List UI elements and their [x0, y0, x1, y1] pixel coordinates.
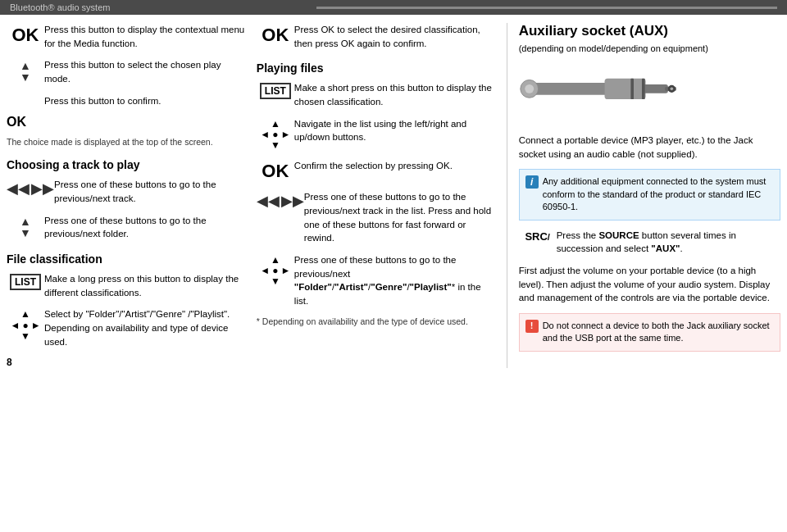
navigate-icon: ▲ ◄ ● ► ▼ [257, 117, 294, 152]
page-number: 8 [7, 357, 247, 368]
list-play-icon: LIST [257, 81, 294, 99]
aux-plug-image [519, 60, 683, 125]
section-playing-title: Playing files [257, 61, 497, 75]
section-choosing-title: Choosing a track to play [7, 158, 247, 171]
navigate-row: ▲ ◄ ● ► ▼ Navigate in the list using the… [257, 117, 497, 152]
prev-next-list-icon: ◀◀ ▶▶ [257, 190, 304, 210]
list-play-text: Make a short press on this button to dis… [294, 81, 497, 108]
footnote: * Depending on availability and the type… [257, 316, 497, 326]
arrows-updown-row: ▲ ▼ Press this button to select the chos… [7, 58, 247, 85]
svg-point-9 [525, 84, 534, 93]
arrows-updown-icon: ▲ ▼ [7, 58, 44, 83]
folder-artist-text: Press one of these buttons to go to the … [294, 253, 497, 308]
prev-next-icon: ◀◀ ▶▶ [7, 178, 54, 198]
folder-updown-icon: ▲ ▼ [7, 214, 44, 239]
ok-class-row: OK Press OK to select the desired classi… [257, 23, 497, 50]
section-file-title: File classification [7, 252, 247, 266]
svg-rect-5 [642, 79, 645, 99]
ok-class-text: Press OK to select the desired classific… [294, 23, 497, 50]
folder-artist-icon: ▲ ◄ ● ► ▼ [257, 253, 294, 288]
info-icon: i [525, 175, 539, 189]
ok-confirm-icon [7, 94, 44, 96]
list-classify-icon: LIST [7, 272, 44, 290]
aux-subtitle: (depending on model/depending on equipme… [519, 43, 780, 53]
left-column: OK Press this button to display the cont… [7, 23, 257, 368]
prev-next-list-row: ◀◀ ▶▶ Press one of these buttons to go t… [257, 190, 497, 245]
ok-media-icon: OK [7, 23, 44, 46]
confirm-ok-text: Confirm the selection by pressing OK. [294, 159, 497, 173]
choice-note: The choice made is displayed at the top … [7, 137, 247, 147]
folder-updown-text: Press one of these buttons to go to the … [44, 214, 247, 241]
warn-box: ! Do not connect a device to both the Ja… [519, 313, 780, 352]
confirm-ok-row: OK Confirm the selection by pressing OK. [257, 159, 497, 182]
select-4way-row: ▲ ◄ ● ► ▼ Select by "Folder"/"Artist"/"G… [7, 307, 247, 348]
volume-desc: First adjust the volume on your portable… [519, 264, 780, 305]
right-column: Auxiliary socket (AUX) (depending on mod… [507, 23, 780, 368]
src-row: SRC/ Press the SOURCE button several tim… [519, 229, 780, 256]
svg-rect-2 [642, 84, 668, 93]
select-4way-text: Select by "Folder"/"Artist"/"Genre" /"Pl… [44, 307, 247, 348]
svg-point-7 [670, 88, 673, 91]
prev-next-list-text: Press one of these buttons to go to the … [304, 190, 497, 245]
ok-media-text: Press this button to display the context… [44, 23, 247, 50]
svg-rect-1 [604, 79, 645, 99]
warn-text: Do not connect a device to both the Jack… [543, 321, 770, 343]
info-box: i Any additional equipment connected to … [519, 169, 780, 220]
list-play-row: LIST Make a short press on this button t… [257, 81, 497, 108]
folder-updown-row: ▲ ▼ Press one of these buttons to go to … [7, 214, 247, 241]
folder-artist-row: ▲ ◄ ● ► ▼ Press one of these buttons to … [257, 253, 497, 308]
connect-desc: Connect a portable device (MP3 player, e… [519, 134, 780, 161]
prev-next-text: Press one of these buttons to go to the … [54, 178, 247, 205]
ok-confirm-row: Press this button to confirm. [7, 94, 247, 108]
list-classify-row: LIST Make a long press on this button to… [7, 272, 247, 299]
ok-media-row: OK Press this button to display the cont… [7, 23, 247, 50]
list-classify-text: Make a long press on this button to disp… [44, 272, 247, 299]
arrows-updown-text: Press this button to select the chosen p… [44, 58, 247, 85]
navigate-text: Navigate in the list using the left/righ… [294, 117, 497, 144]
mid-column: OK Press OK to select the desired classi… [257, 23, 507, 368]
aux-title: Auxiliary socket (AUX) [519, 23, 780, 39]
info-text: Any additional equipment connected to th… [543, 176, 767, 211]
ok2-label: OK [7, 115, 26, 129]
confirm-ok-icon: OK [257, 159, 294, 182]
svg-rect-4 [630, 79, 634, 99]
prev-next-row: ◀◀ ▶▶ Press one of these buttons to go t… [7, 178, 247, 205]
warn-icon: ! [525, 320, 539, 333]
ok-class-icon: OK [257, 23, 294, 46]
select-4way-icon: ▲ ◄ ● ► ▼ [7, 307, 44, 342]
ok-confirm-text: Press this button to confirm. [44, 94, 247, 108]
header-bar: Bluetooth® audio system [0, 0, 787, 15]
src-text: Press the SOURCE button several times in… [557, 229, 780, 256]
src-icon: SRC/ [519, 229, 557, 243]
header-title: Bluetooth® audio system [10, 2, 110, 12]
